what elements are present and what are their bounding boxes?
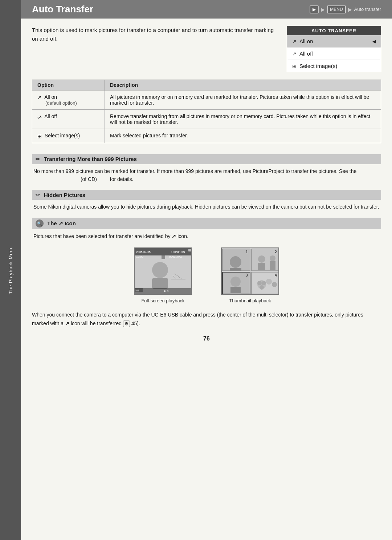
options-table: Option Description ↗ All on (default opt… bbox=[32, 80, 381, 143]
table-row: ⊞ Select image(s) Mark selected pictures… bbox=[32, 129, 381, 143]
table-row: ↗ All on (default option) All pictures i… bbox=[32, 90, 381, 110]
svg-text:1: 1 bbox=[246, 250, 248, 254]
tip-section-icon: 🔍 The ↗ Icon Pictures that have been sel… bbox=[32, 218, 381, 240]
nav-arrow-2: ▶ bbox=[348, 7, 352, 12]
svg-text:5M: 5M bbox=[135, 289, 139, 292]
fullscreen-playback-block: 2005.04.05 100NIKON 12:00 0001.JPG ↗ bbox=[134, 247, 192, 303]
table-all-on-sub: (default option) bbox=[45, 100, 99, 106]
tip-body-icon: Pictures that have been selected for tra… bbox=[32, 232, 381, 240]
description-cell-all-on: All pictures in memory or on memory card… bbox=[105, 90, 381, 110]
main-content: Auto Transfer ▶ ▶ MENU ▶ Auto transfer T… bbox=[21, 0, 392, 356]
svg-text:0001.JPG: 0001.JPG bbox=[169, 255, 182, 258]
svg-text:3: 3 bbox=[246, 273, 248, 277]
description-cell-select-images: Mark selected pictures for transfer. bbox=[105, 129, 381, 143]
tip-section-999: ✏ Transferring More than 999 Pictures No… bbox=[32, 154, 381, 184]
svg-text:1/  4: 1/ 4 bbox=[164, 289, 169, 293]
svg-rect-16 bbox=[188, 249, 192, 251]
option-cell-select-images: ⊞ Select image(s) bbox=[32, 129, 105, 143]
svg-point-25 bbox=[270, 255, 275, 261]
page-title: Auto Transfer bbox=[32, 4, 93, 15]
thumbnail-svg: 1 2 3 4 bbox=[221, 247, 279, 295]
playback-nav-icon: ▶ bbox=[310, 5, 319, 13]
tip-body-999: No more than 999 pictures can be marked … bbox=[32, 167, 381, 184]
svg-text:2: 2 bbox=[275, 250, 277, 254]
select-images-icon: ⊞ bbox=[292, 63, 297, 69]
menu-item-select-images[interactable]: ⊞ Select image(s) bbox=[287, 60, 381, 72]
svg-text:2005.04.05: 2005.04.05 bbox=[136, 250, 151, 254]
thumbnail-label: Thumbnail playback bbox=[229, 298, 271, 303]
all-on-icon: ↗ bbox=[292, 39, 297, 44]
svg-rect-30 bbox=[230, 287, 241, 293]
thumbnail-playback-block: 1 2 3 4 bbox=[221, 247, 279, 303]
svg-rect-20 bbox=[230, 268, 241, 271]
svg-point-36 bbox=[260, 285, 264, 290]
bottom-text: When you connect the camera to a compute… bbox=[32, 311, 381, 328]
header-nav: ▶ ▶ MENU ▶ Auto transfer bbox=[310, 5, 381, 13]
fullscreen-svg: 2005.04.05 100NIKON 12:00 0001.JPG ↗ bbox=[134, 247, 192, 295]
tip-icon-hidden: ✏ bbox=[36, 192, 40, 198]
svg-text:12:00: 12:00 bbox=[136, 255, 144, 258]
table-select-images-label: Select image(s) bbox=[45, 133, 80, 138]
sidebar: The Playback Menu bbox=[0, 0, 21, 540]
description-cell-all-off: Remove transfer marking from all picture… bbox=[105, 110, 381, 129]
svg-point-37 bbox=[266, 279, 272, 285]
camera-images-section: 2005.04.05 100NIKON 12:00 0001.JPG ↗ bbox=[32, 247, 381, 303]
svg-text:4: 4 bbox=[275, 273, 277, 277]
header-bar: Auto Transfer ▶ ▶ MENU ▶ Auto transfer bbox=[21, 0, 392, 19]
svg-rect-26 bbox=[270, 261, 275, 270]
table-select-images-icon: ⊞ bbox=[37, 133, 42, 139]
menu-item-selected-arrow: ◀ bbox=[372, 39, 376, 44]
col-header-option: Option bbox=[32, 80, 105, 90]
option-cell-all-on: ↗ All on (default option) bbox=[32, 90, 105, 110]
tip-title-999: Transferring More than 999 Pictures bbox=[44, 156, 137, 162]
table-all-off-icon: ↗ bbox=[37, 114, 42, 120]
svg-rect-7 bbox=[152, 278, 168, 289]
option-cell-all-off: ↗ All off bbox=[32, 110, 105, 129]
tip-section-hidden: ✏ Hidden Pictures Some Nikon digital cam… bbox=[32, 190, 381, 211]
table-all-on-icon: ↗ bbox=[37, 94, 42, 100]
tip-icon-camera: 🔍 bbox=[36, 219, 44, 227]
auto-transfer-menu: AUTO TRANSFER ↗ All on ◀ ↗ All off ⊞ Sel… bbox=[287, 26, 381, 72]
svg-point-6 bbox=[152, 262, 168, 278]
svg-point-35 bbox=[262, 281, 266, 285]
sidebar-label: The Playback Menu bbox=[8, 246, 13, 294]
svg-point-19 bbox=[230, 256, 241, 268]
svg-point-38 bbox=[272, 282, 277, 287]
all-off-icon: ↗ bbox=[292, 51, 297, 57]
menu-box-title: AUTO TRANSFER bbox=[287, 26, 381, 35]
tip-title-icon: The ↗ Icon bbox=[47, 220, 76, 227]
menu-item-all-on[interactable]: ↗ All on ◀ bbox=[287, 35, 381, 48]
svg-point-34 bbox=[257, 281, 262, 285]
tip-body-hidden: Some Nikon digital cameras allow you to … bbox=[32, 203, 381, 211]
svg-rect-5 bbox=[162, 255, 165, 259]
tip-icon-999: ✏ bbox=[36, 156, 40, 162]
intro-section: This option is used to mark pictures for… bbox=[32, 26, 381, 72]
svg-point-23 bbox=[258, 255, 265, 263]
svg-point-29 bbox=[230, 277, 241, 287]
svg-text:100NIKON: 100NIKON bbox=[171, 250, 185, 254]
tip-header-hidden: ✏ Hidden Pictures bbox=[32, 190, 381, 200]
menu-item-all-off-label: All off bbox=[299, 51, 313, 57]
nav-arrow-1: ▶ bbox=[321, 7, 325, 12]
menu-item-all-on-label: All on bbox=[299, 38, 313, 44]
svg-line-10 bbox=[173, 275, 176, 279]
menu-item-all-off[interactable]: ↗ All off bbox=[287, 48, 381, 60]
col-header-description: Description bbox=[105, 80, 381, 90]
menu-item-select-images-label: Select image(s) bbox=[299, 63, 337, 69]
tip-header-icon: 🔍 The ↗ Icon bbox=[32, 218, 381, 229]
tip-header-999: ✏ Transferring More than 999 Pictures bbox=[32, 154, 381, 164]
table-all-on-label: All on bbox=[44, 94, 57, 100]
page-number: 76 bbox=[32, 335, 381, 342]
fullscreen-screen: 2005.04.05 100NIKON 12:00 0001.JPG ↗ bbox=[134, 247, 192, 296]
thumbnail-screen: 1 2 3 4 bbox=[221, 247, 279, 296]
intro-text: This option is used to mark pictures for… bbox=[32, 26, 279, 72]
svg-rect-12 bbox=[135, 288, 192, 295]
svg-rect-24 bbox=[258, 263, 265, 270]
nav-section-label: Auto transfer bbox=[354, 7, 381, 12]
tip-title-hidden: Hidden Pictures bbox=[44, 192, 85, 198]
fullscreen-label: Full-screen playback bbox=[141, 298, 184, 303]
menu-nav-icon: MENU bbox=[327, 5, 346, 13]
table-row: ↗ All off Remove transfer marking from a… bbox=[32, 110, 381, 129]
table-all-off-label: All off bbox=[44, 113, 57, 119]
